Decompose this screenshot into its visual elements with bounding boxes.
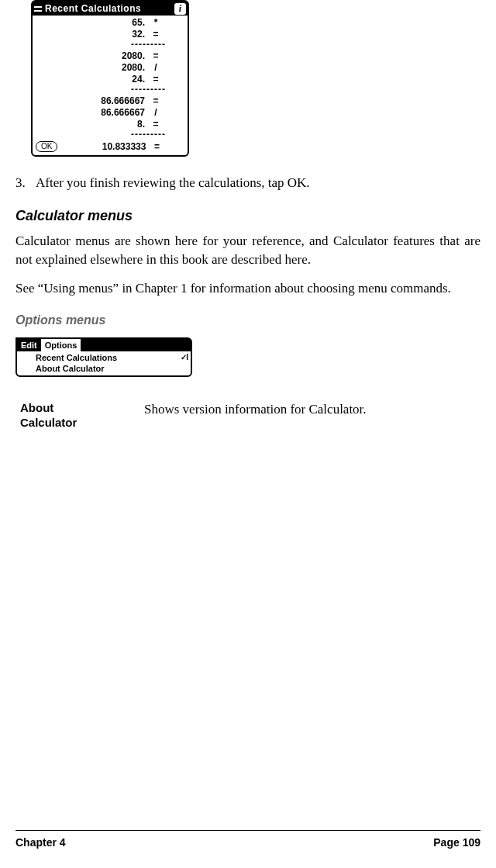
calc-titlebar: Recent Calculations i (33, 2, 188, 16)
menu-item-label: Recent Calculations (36, 352, 181, 363)
calc-body: 65.* 32.= --------- 2080.= 2080./ 24.= -… (33, 16, 188, 155)
step-3: 3. After you finish reviewing the calcul… (16, 174, 480, 192)
calc-separator: --------- (36, 130, 184, 140)
menu-item-label: About Calculator (36, 363, 188, 374)
calc-value: 2080. (36, 62, 148, 74)
definition-description: Shows version information for Calculator… (144, 400, 480, 431)
definition-row: About Calculator Shows version informati… (20, 400, 480, 431)
calc-op: * (148, 17, 164, 29)
options-menu-window: Edit Options Recent Calculations ✓I Abou… (16, 337, 192, 377)
heading-calculator-menus: Calculator menus (16, 206, 480, 226)
definition-term: About Calculator (20, 400, 144, 431)
menu-item-about-calculator[interactable]: About Calculator (36, 363, 188, 374)
ok-button[interactable]: OK (36, 141, 57, 152)
footer-chapter: Chapter 4 (16, 835, 66, 851)
calc-op: = (148, 95, 164, 107)
tab-edit[interactable]: Edit (17, 339, 41, 351)
drag-handle-icon (34, 5, 42, 12)
tab-options[interactable]: Options (41, 339, 81, 351)
calc-separator: --------- (36, 85, 184, 95)
calc-op: = (148, 50, 164, 62)
calc-value: 65. (36, 17, 148, 29)
calc-value: 2080. (36, 50, 148, 62)
calc-op: = (149, 140, 164, 154)
menu-bar: Edit Options (17, 339, 191, 351)
calc-value: 86.666667 (36, 95, 148, 107)
page-footer: Chapter 4 Page 109 (16, 830, 480, 851)
calc-value: 86.666667 (36, 107, 148, 119)
heading-options-menus: Options menus (16, 312, 480, 329)
paragraph: Calculator menus are shown here for your… (16, 232, 480, 269)
footer-page: Page 109 (433, 835, 480, 851)
calc-value: 10.833333 (60, 140, 149, 154)
paragraph: See “Using menus” in Chapter 1 for infor… (16, 279, 480, 298)
menu-item-recent-calculations[interactable]: Recent Calculations ✓I (36, 352, 188, 363)
calc-window-title: Recent Calculations (45, 2, 174, 16)
step-text: After you finish reviewing the calculati… (36, 174, 310, 192)
calc-op: / (148, 107, 164, 119)
info-icon[interactable]: i (174, 3, 186, 15)
menu-item-shortcut: ✓I (181, 352, 188, 363)
calc-separator: --------- (36, 40, 184, 50)
recent-calculations-window: Recent Calculations i 65.* 32.= --------… (31, 0, 189, 157)
step-number: 3. (16, 174, 36, 192)
calc-op: / (148, 62, 164, 74)
